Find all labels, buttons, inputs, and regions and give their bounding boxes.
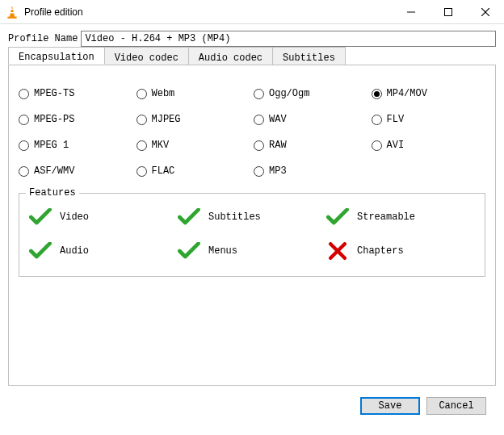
check-icon bbox=[326, 208, 349, 226]
encapsulation-option-label: WAV bbox=[269, 114, 287, 125]
encapsulation-option[interactable]: FLV bbox=[372, 114, 486, 125]
svg-rect-5 bbox=[445, 9, 452, 16]
radio-icon bbox=[372, 115, 382, 125]
features-grid: VideoSubtitlesStreamableAudioMenusChapte… bbox=[29, 208, 475, 260]
radio-icon bbox=[19, 140, 29, 151]
tab-subtitles[interactable]: Subtitles bbox=[272, 47, 346, 65]
feature-item: Menus bbox=[178, 242, 326, 260]
check-icon bbox=[178, 242, 200, 260]
encapsulation-option-label: MJPEG bbox=[152, 114, 181, 125]
svg-marker-0 bbox=[10, 6, 15, 18]
encapsulation-option-label: AVI bbox=[387, 140, 405, 151]
feature-item: Video bbox=[29, 208, 178, 226]
radio-icon bbox=[372, 140, 382, 151]
feature-label: Menus bbox=[208, 245, 237, 257]
radio-icon bbox=[136, 166, 147, 177]
encapsulation-option[interactable]: FLAC bbox=[136, 165, 251, 177]
check-icon bbox=[178, 208, 200, 226]
encapsulation-option-label: FLAC bbox=[152, 165, 175, 177]
encapsulation-option[interactable]: Webm bbox=[136, 88, 251, 99]
encapsulation-options: MPEG-TSWebmOgg/OgmMP4/MOVMPEG-PSMJPEGWAV… bbox=[19, 88, 485, 177]
tab-encapsulation[interactable]: Encapsulation bbox=[8, 47, 105, 65]
cross-icon bbox=[326, 242, 349, 260]
encapsulation-option-label: RAW bbox=[269, 140, 287, 151]
radio-icon bbox=[19, 89, 29, 99]
profile-name-label: Profile Name bbox=[8, 33, 78, 44]
encapsulation-option-label: MPEG-PS bbox=[34, 114, 74, 125]
encapsulation-option[interactable]: AVI bbox=[372, 140, 486, 151]
encapsulation-option[interactable]: RAW bbox=[254, 140, 368, 151]
radio-icon bbox=[136, 89, 147, 99]
encapsulation-option[interactable]: MPEG 1 bbox=[19, 140, 133, 151]
encapsulation-option[interactable]: MP3 bbox=[254, 165, 368, 177]
radio-icon bbox=[136, 115, 147, 125]
encapsulation-option[interactable]: ASF/WMV bbox=[19, 165, 133, 177]
feature-label: Video bbox=[60, 211, 89, 223]
vlc-cone-icon bbox=[5, 5, 19, 19]
feature-item: Subtitles bbox=[178, 208, 326, 226]
cancel-button[interactable]: Cancel bbox=[426, 397, 486, 415]
feature-label: Chapters bbox=[357, 245, 404, 257]
svg-rect-1 bbox=[10, 8, 14, 9]
encapsulation-option-label: MP3 bbox=[269, 165, 287, 177]
check-icon bbox=[29, 208, 52, 226]
tab-audio-codec[interactable]: Audio codec bbox=[188, 47, 273, 65]
radio-icon bbox=[136, 140, 147, 151]
encapsulation-option[interactable]: MP4/MOV bbox=[372, 88, 486, 99]
svg-rect-2 bbox=[10, 12, 14, 13]
radio-icon bbox=[254, 89, 264, 99]
close-button[interactable] bbox=[467, 0, 504, 24]
maximize-button[interactable] bbox=[430, 0, 467, 24]
encapsulation-option[interactable]: Ogg/Ogm bbox=[254, 88, 368, 99]
encapsulation-option-label: Webm bbox=[152, 88, 175, 99]
features-group: Features VideoSubtitlesStreamableAudioMe… bbox=[19, 193, 485, 277]
radio-icon bbox=[254, 115, 264, 125]
encapsulation-option-label: MPEG 1 bbox=[34, 140, 69, 151]
check-icon bbox=[29, 242, 52, 260]
feature-label: Audio bbox=[60, 245, 89, 257]
encapsulation-option[interactable]: MJPEG bbox=[136, 114, 251, 125]
radio-icon bbox=[19, 166, 29, 177]
encapsulation-option[interactable]: WAV bbox=[254, 114, 368, 125]
encapsulation-option[interactable]: MPEG-PS bbox=[19, 114, 133, 125]
tabstrip: Encapsulation Video codec Audio codec Su… bbox=[8, 47, 345, 65]
titlebar: Profile edition bbox=[0, 0, 504, 24]
tab-video-codec[interactable]: Video codec bbox=[104, 47, 189, 65]
radio-icon bbox=[372, 89, 382, 99]
encapsulation-option-label: MP4/MOV bbox=[387, 88, 427, 99]
encapsulation-option-label: FLV bbox=[387, 114, 405, 125]
encapsulation-option-label: MKV bbox=[152, 140, 170, 151]
feature-label: Subtitles bbox=[208, 211, 261, 223]
svg-rect-3 bbox=[7, 16, 16, 18]
encapsulation-option[interactable]: MKV bbox=[136, 140, 251, 151]
feature-item: Chapters bbox=[326, 242, 475, 260]
save-button[interactable]: Save bbox=[360, 397, 420, 415]
encapsulation-option-label: ASF/WMV bbox=[34, 165, 74, 177]
encapsulation-option[interactable]: MPEG-TS bbox=[19, 88, 133, 99]
tab-panel: MPEG-TSWebmOgg/OgmMP4/MOVMPEG-PSMJPEGWAV… bbox=[8, 65, 496, 386]
minimize-button[interactable] bbox=[393, 0, 430, 24]
feature-label: Streamable bbox=[357, 211, 415, 223]
features-legend: Features bbox=[26, 187, 79, 199]
radio-icon bbox=[254, 166, 264, 177]
feature-item: Streamable bbox=[326, 208, 475, 226]
feature-item: Audio bbox=[29, 242, 178, 260]
profile-name-input[interactable] bbox=[81, 31, 496, 47]
window-title: Profile edition bbox=[24, 6, 393, 18]
encapsulation-option-label: Ogg/Ogm bbox=[269, 88, 309, 99]
radio-icon bbox=[19, 115, 29, 125]
encapsulation-option-label: MPEG-TS bbox=[34, 88, 74, 99]
radio-icon bbox=[254, 140, 264, 151]
